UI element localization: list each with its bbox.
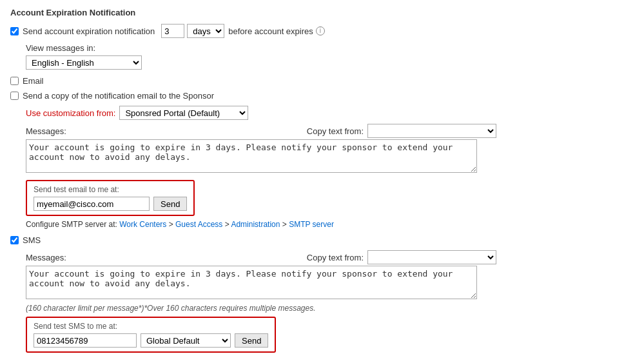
test-sms-box: Send test SMS to me at: Global Default O…: [26, 317, 276, 353]
sms-section: SMS Messages: Copy text from: Your accou…: [10, 235, 634, 354]
sms-messages-header: Messages: Copy text from:: [26, 250, 496, 264]
smtp-configure-link-row: Configure SMTP server at: Work Centers >…: [26, 220, 634, 229]
use-custom-row: Use customization from: Sponsred Portal …: [26, 106, 634, 120]
test-email-box: Send test email to me at: Send: [26, 180, 195, 216]
days-unit-select[interactable]: days: [187, 24, 224, 38]
sms-copy-text-select[interactable]: [367, 250, 496, 264]
sms-messages-label: Messages:: [26, 253, 71, 262]
days-input[interactable]: [161, 24, 184, 38]
send-notification-label: Send account expiration notification: [23, 26, 155, 36]
test-email-send-button[interactable]: Send: [153, 197, 187, 211]
test-email-container: Send test email to me at: Send: [26, 180, 634, 220]
sms-gateway-select[interactable]: Global Default Other: [141, 333, 231, 348]
test-sms-container: Send test SMS to me at: Global Default O…: [26, 317, 634, 354]
email-messages-label: Messages:: [26, 126, 71, 136]
sms-row: SMS: [10, 235, 634, 245]
sponsor-label: Send a copy of the notification email to…: [23, 91, 214, 101]
custom-portal-select[interactable]: Sponsred Portal (Default) Guest Portal: [119, 106, 248, 120]
smtp-sep3: >: [282, 220, 289, 229]
sms-checkbox[interactable]: [10, 236, 19, 244]
use-custom-label: Use customization from:: [26, 108, 115, 118]
send-notification-row: Send account expiration notification day…: [10, 24, 634, 38]
smtp-configure-prefix: Configure SMTP server at:: [26, 220, 119, 229]
smtp-guest-access-link[interactable]: Guest Access: [175, 220, 222, 229]
smtp-sep1: >: [169, 220, 175, 229]
sms-copy-text-label: Copy text from:: [307, 253, 364, 262]
email-copy-text-label: Copy text from:: [307, 126, 364, 136]
test-sms-label: Send test SMS to me at:: [34, 322, 268, 331]
email-row: Email: [10, 76, 634, 86]
email-messages-header: Messages: Copy text from:: [26, 124, 496, 138]
smtp-sep2: >: [225, 220, 231, 229]
test-email-label: Send test email to me at:: [34, 185, 187, 194]
section-title: Account Expiration Notification: [10, 8, 634, 17]
send-notification-checkbox[interactable]: [10, 27, 19, 35]
char-limit-note: (160 character limit per message*)*Over …: [26, 304, 634, 313]
test-email-row: Send: [34, 197, 187, 211]
smtp-work-centers-link[interactable]: Work Centers: [119, 220, 166, 229]
sms-message-textarea[interactable]: Your account is going to expire in 3 day…: [26, 266, 477, 299]
email-copy-text-area: Copy text from:: [307, 124, 496, 138]
email-checkbox[interactable]: [10, 77, 19, 85]
smtp-administration-link[interactable]: Administration: [231, 220, 280, 229]
test-sms-send-button[interactable]: Send: [235, 333, 268, 348]
language-select[interactable]: English - English French - French Spanis…: [26, 55, 142, 70]
test-sms-input[interactable]: [34, 333, 137, 348]
sms-copy-text-area: Copy text from:: [307, 250, 496, 264]
sms-message-block: Your account is going to expire in 3 day…: [26, 266, 634, 301]
sms-label: SMS: [23, 235, 41, 245]
test-email-input[interactable]: [34, 197, 150, 211]
sponsor-checkbox[interactable]: [10, 92, 19, 100]
info-icon: i: [316, 26, 325, 35]
before-label: before account expires: [228, 26, 313, 36]
sponsor-copy-row: Send a copy of the notification email to…: [10, 91, 634, 101]
test-sms-row: Global Default Other Send: [34, 333, 268, 348]
email-label: Email: [23, 76, 44, 86]
email-copy-text-select[interactable]: [367, 124, 496, 138]
smtp-server-link[interactable]: SMTP server: [289, 220, 334, 229]
email-message-textarea[interactable]: Your account is going to expire in 3 day…: [26, 139, 477, 173]
email-message-block: Your account is going to expire in 3 day…: [26, 139, 634, 175]
view-messages-label: View messages in:: [26, 43, 634, 53]
